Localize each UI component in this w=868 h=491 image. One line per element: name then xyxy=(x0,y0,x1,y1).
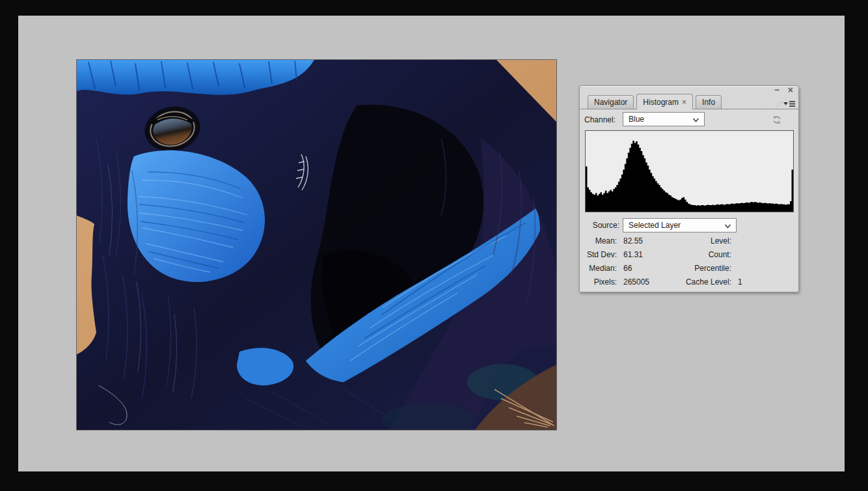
stddev-value: 61.31 xyxy=(623,250,669,259)
mean-value: 82.55 xyxy=(623,236,669,245)
source-label: Source: xyxy=(584,221,619,230)
median-label: Median: xyxy=(584,264,617,273)
close-icon[interactable]: × xyxy=(788,86,793,94)
histogram-statistics: Mean: 82.55 Level: Std Dev: 61.31 Count:… xyxy=(584,234,764,288)
document-canvas[interactable] xyxy=(77,60,556,430)
canvas-workspace: − × Navigator Histogram × Info xyxy=(18,16,845,471)
median-value: 66 xyxy=(623,264,669,273)
tab-close-icon[interactable]: × xyxy=(682,99,686,105)
tab-navigator[interactable]: Navigator xyxy=(588,95,634,109)
mean-label: Mean: xyxy=(584,236,617,245)
level-label: Level: xyxy=(675,236,731,245)
channel-label: Channel: xyxy=(584,115,616,124)
channel-value: Blue xyxy=(629,115,644,124)
panel-tab-bar: Navigator Histogram × Info xyxy=(588,94,722,109)
cache-level-label: Cache Level: xyxy=(675,277,731,287)
histogram-panel: − × Navigator Histogram × Info xyxy=(579,85,799,292)
panel-menu-button[interactable] xyxy=(776,99,796,108)
minimize-icon[interactable]: − xyxy=(774,86,780,94)
channel-dropdown[interactable]: Blue xyxy=(623,112,705,126)
source-value: Selected Layer xyxy=(629,221,681,230)
refresh-icon xyxy=(772,115,782,125)
cache-level-value: 1 xyxy=(738,277,764,287)
count-label: Count: xyxy=(675,250,731,259)
tab-navigator-label: Navigator xyxy=(594,98,627,107)
bird-photo-graphic xyxy=(77,60,556,430)
stddev-label: Std Dev: xyxy=(584,250,617,259)
tab-info-label: Info xyxy=(702,98,715,107)
pixels-value: 265005 xyxy=(623,277,669,287)
chevron-down-icon xyxy=(724,224,731,229)
photoshop-workspace: { "window": { "minimize_label": "\u2212"… xyxy=(0,0,868,491)
percentile-label: Percentile: xyxy=(675,264,731,273)
chevron-down-icon xyxy=(692,118,699,122)
panel-menu-icon xyxy=(776,99,796,108)
source-dropdown[interactable]: Selected Layer xyxy=(623,218,737,232)
tab-info[interactable]: Info xyxy=(696,95,722,109)
tab-histogram[interactable]: Histogram × xyxy=(636,94,693,109)
histogram-chart xyxy=(585,130,794,212)
pixels-label: Pixels: xyxy=(584,277,617,287)
histogram-plot xyxy=(586,131,793,212)
tab-histogram-label: Histogram xyxy=(643,98,679,107)
refresh-button[interactable] xyxy=(772,115,782,125)
